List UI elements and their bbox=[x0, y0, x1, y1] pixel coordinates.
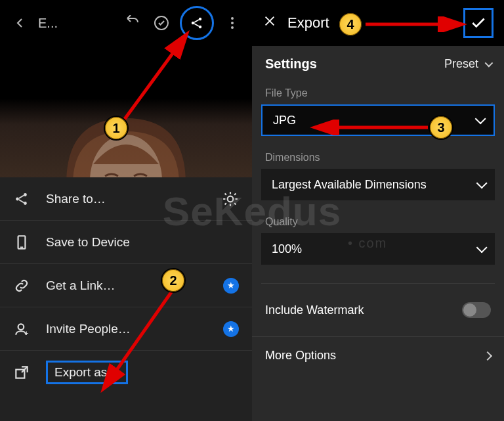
quality-dropdown[interactable]: 100% bbox=[261, 233, 495, 265]
back-button[interactable] bbox=[7, 10, 33, 36]
confirm-button[interactable] bbox=[463, 8, 494, 38]
svg-point-11 bbox=[24, 193, 27, 196]
export-as-row[interactable]: Export as… bbox=[0, 351, 252, 394]
include-watermark-label: Include Watermark bbox=[265, 303, 462, 317]
close-button[interactable] bbox=[262, 14, 277, 32]
include-watermark-row: Include Watermark bbox=[252, 290, 504, 330]
file-type-label: File Type bbox=[252, 85, 504, 104]
photo-preview bbox=[0, 46, 252, 177]
annotation-badge-4: 4 bbox=[338, 12, 363, 37]
dimensions-value: Largest Available Dimensions bbox=[272, 178, 476, 192]
invite-people-icon: + bbox=[13, 321, 30, 338]
chevron-down-icon bbox=[476, 242, 488, 253]
annotation-badge-2: 2 bbox=[161, 268, 186, 293]
quality-label: Quality bbox=[252, 213, 504, 233]
annotation-badge-1: 1 bbox=[104, 116, 129, 141]
device-icon bbox=[13, 234, 30, 251]
watermark-toggle[interactable] bbox=[462, 302, 491, 318]
save-to-device-label: Save to Device bbox=[46, 235, 239, 250]
svg-point-1 bbox=[192, 22, 194, 24]
export-title: Export bbox=[287, 14, 329, 32]
svg-point-4 bbox=[231, 17, 234, 20]
svg-point-15 bbox=[18, 324, 24, 330]
settings-title: Settings bbox=[265, 56, 444, 72]
link-icon bbox=[13, 277, 30, 294]
share-to-label: Share to… bbox=[46, 192, 206, 206]
undo-button[interactable] bbox=[119, 10, 146, 36]
export-toolbar: Export bbox=[252, 0, 504, 46]
svg-point-10 bbox=[16, 197, 19, 200]
svg-text:+: + bbox=[24, 328, 28, 336]
chevron-down-icon bbox=[476, 177, 488, 188]
chevron-down-icon bbox=[475, 113, 486, 124]
approve-button[interactable] bbox=[148, 10, 175, 36]
premium-badge-icon: ★ bbox=[223, 278, 239, 294]
premium-badge-icon: ★ bbox=[223, 321, 239, 337]
share-icon bbox=[13, 190, 30, 208]
file-type-dropdown[interactable]: JPG bbox=[261, 104, 495, 136]
gear-icon[interactable] bbox=[222, 190, 239, 208]
get-a-link-row[interactable]: Get a Link… ★ bbox=[0, 264, 252, 307]
svg-point-5 bbox=[231, 22, 234, 24]
more-options-label: More Options bbox=[265, 349, 484, 363]
export-as-label: Export as… bbox=[46, 361, 128, 384]
save-to-device-row[interactable]: Save to Device bbox=[0, 221, 252, 264]
svg-point-3 bbox=[199, 26, 201, 28]
more-options-row[interactable]: More Options bbox=[252, 336, 504, 374]
right-screen: Export Settings Preset File Type JPG Dim… bbox=[252, 0, 504, 421]
export-icon bbox=[13, 364, 30, 381]
svg-point-6 bbox=[231, 26, 234, 29]
dimensions-dropdown[interactable]: Largest Available Dimensions bbox=[261, 169, 495, 200]
toggle-knob bbox=[463, 303, 476, 317]
left-screen: E... Share to… bbox=[0, 0, 252, 421]
annotation-badge-3: 3 bbox=[429, 115, 453, 140]
share-button[interactable] bbox=[180, 6, 214, 40]
share-sheet: Share to… Save to Device Get a Link… ★ +… bbox=[0, 177, 252, 421]
invite-people-label: Invite People… bbox=[46, 322, 207, 336]
invite-people-row[interactable]: + Invite People… ★ bbox=[0, 307, 252, 351]
more-menu-button[interactable] bbox=[219, 10, 245, 36]
chevron-right-icon bbox=[483, 351, 492, 360]
svg-point-2 bbox=[199, 18, 201, 20]
quality-value: 100% bbox=[272, 242, 476, 256]
dimensions-label: Dimensions bbox=[252, 149, 504, 169]
preset-label[interactable]: Preset bbox=[444, 57, 478, 71]
settings-header: Settings Preset bbox=[252, 46, 504, 85]
svg-point-12 bbox=[24, 202, 27, 205]
share-to-row[interactable]: Share to… bbox=[0, 177, 252, 221]
edit-label[interactable]: E... bbox=[35, 16, 117, 31]
left-toolbar: E... bbox=[0, 0, 252, 46]
chevron-down-icon[interactable] bbox=[485, 59, 494, 68]
divider bbox=[261, 283, 495, 284]
